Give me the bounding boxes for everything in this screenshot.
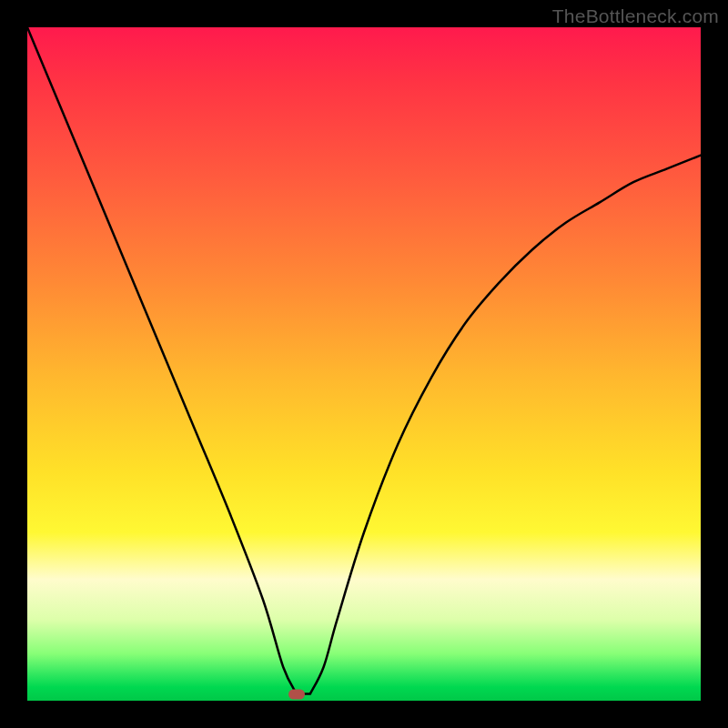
chart-container: TheBottleneck.com bbox=[0, 0, 728, 728]
bottleneck-curve bbox=[27, 27, 701, 701]
watermark-text: TheBottleneck.com bbox=[552, 5, 719, 27]
optimal-point-marker bbox=[288, 689, 305, 699]
plot-area bbox=[27, 27, 701, 701]
